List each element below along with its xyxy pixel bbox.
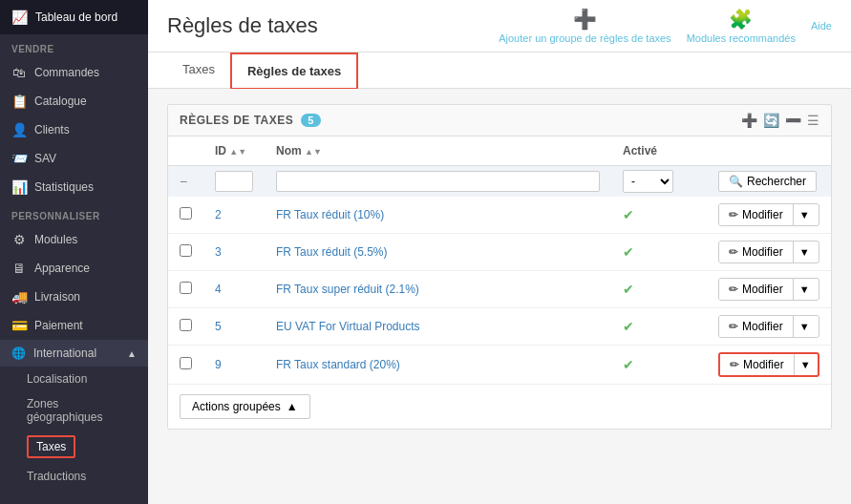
row-id: 2 [203, 197, 265, 234]
row-checkbox[interactable] [180, 244, 192, 257]
active-checkmark: ✔ [623, 282, 634, 297]
pencil-icon: ✏ [729, 208, 738, 221]
pencil-icon: ✏ [730, 358, 739, 371]
filter-active-select[interactable]: - Oui Non [623, 170, 673, 193]
filter-search-cell: 🔍 Rechercher [707, 166, 831, 198]
content-area: RÈGLES DE TAXES 5 ➕ 🔄 ➖ ☰ ID [148, 89, 851, 504]
row-nom: FR Taux super réduit (2.1%) [265, 271, 611, 308]
sidebar-item-livraison[interactable]: 🚚 Livraison [0, 283, 148, 311]
section-label: RÈGLES DE TAXES [180, 114, 293, 127]
row-active: ✔ [611, 346, 707, 385]
apparence-icon: 🖥 [11, 261, 27, 276]
modifier-button[interactable]: ✏ Modifier [719, 242, 794, 262]
sidebar-sub-item-traductions[interactable]: Traductions [0, 464, 148, 489]
sidebar-item-commandes[interactable]: 🛍 Commandes [0, 58, 148, 87]
row-actions: ✏ Modifier ▼ [707, 308, 831, 346]
modifier-btn-group: ✏ Modifier ▼ [718, 315, 819, 338]
th-nom-label: Nom [276, 144, 302, 158]
modifier-dropdown-button[interactable]: ▼ [794, 316, 816, 337]
row-checkbox[interactable] [180, 357, 192, 369]
sidebar-item-modules[interactable]: ⚙ Modules [0, 225, 148, 254]
paiement-icon: 💳 [11, 318, 27, 333]
clients-label: Clients [34, 123, 70, 136]
row-checkbox[interactable] [180, 319, 192, 331]
table-row: 3 FR Taux réduit (5.5%) ✔ ✏ Modifier ▼ [168, 234, 831, 271]
row-id: 5 [203, 308, 265, 346]
tab-regles-de-taxes[interactable]: Règles de taxes [230, 52, 358, 90]
table-row: 2 FR Taux réduit (10%) ✔ ✏ Modifier ▼ [168, 197, 831, 234]
actions-groupees-label: Actions groupées [192, 400, 281, 413]
modifier-button[interactable]: ✏ Modifier [719, 279, 794, 300]
nom-sort-icon: ▲▼ [305, 147, 322, 157]
filter-id-input[interactable] [215, 171, 253, 192]
sidebar-sub-item-localisation[interactable]: Localisation [0, 367, 148, 391]
modifier-dropdown-button[interactable]: ▼ [794, 242, 816, 262]
sidebar-item-clients[interactable]: 👤 Clients [0, 116, 148, 144]
row-checkbox-cell [168, 234, 203, 271]
row-checkbox[interactable] [180, 207, 192, 220]
row-id: 4 [203, 271, 265, 308]
table-row: 9 FR Taux standard (20%) ✔ ✏ Modifier ▼ [168, 346, 831, 385]
add-group-button[interactable]: ➕ Ajouter un groupe de règles de taxes [499, 8, 670, 44]
filter-row: − - Oui Non [168, 166, 831, 198]
active-checkmark: ✔ [623, 207, 634, 222]
tab-taxes[interactable]: Taxes [167, 52, 230, 88]
th-nom[interactable]: Nom ▲▼ [265, 136, 611, 166]
row-nom: FR Taux réduit (10%) [265, 197, 611, 234]
page-title: Règles de taxes [167, 13, 318, 38]
active-checkmark: ✔ [623, 244, 634, 260]
catalogue-label: Catalogue [34, 94, 87, 108]
pencil-icon: ✏ [729, 245, 738, 259]
modules-label: Modules [34, 233, 77, 246]
add-row-icon[interactable]: ➕ [741, 113, 757, 128]
modules-recommandes-button[interactable]: 🧩 Modules recommandés [687, 8, 796, 44]
aide-button[interactable]: Aide [811, 20, 832, 32]
sidebar-item-statistiques[interactable]: 📊 Statistiques [0, 173, 148, 201]
row-id: 9 [203, 346, 265, 385]
modifier-dropdown-button[interactable]: ▼ [794, 279, 816, 300]
tab-taxes-label: Taxes [182, 62, 215, 76]
modifier-button[interactable]: ✏ Modifier [720, 354, 795, 375]
modifier-dropdown-button[interactable]: ▼ [795, 354, 817, 375]
refresh-icon[interactable]: 🔄 [763, 113, 779, 128]
modules-recommandes-label: Modules recommandés [687, 32, 796, 44]
search-button[interactable]: 🔍 Rechercher [718, 171, 817, 192]
filter-minus-icon[interactable]: − [180, 174, 187, 189]
modifier-button[interactable]: ✏ Modifier [719, 204, 794, 225]
pencil-icon: ✏ [729, 283, 738, 296]
modules-recommandes-icon: 🧩 [729, 8, 753, 31]
th-id[interactable]: ID ▲▼ [203, 136, 265, 166]
settings-icon[interactable]: ☰ [807, 113, 819, 128]
commandes-label: Commandes [34, 66, 99, 79]
zones-label: Zones géographiques [27, 397, 137, 424]
statistiques-icon: 📊 [11, 179, 27, 195]
sidebar-item-apparence[interactable]: 🖥 Apparence [0, 254, 148, 283]
modules-icon: ⚙ [11, 232, 27, 247]
chevron-up-icon: ▲ [127, 348, 137, 359]
sidebar-item-sav[interactable]: 📨 SAV [0, 144, 148, 173]
sidebar-item-paiement[interactable]: 💳 Paiement [0, 311, 148, 340]
sidebar-header[interactable]: 📈 Tableau de bord [0, 0, 148, 34]
minus-icon[interactable]: ➖ [785, 113, 801, 128]
modifier-button[interactable]: ✏ Modifier [719, 316, 794, 337]
sidebar-sub-item-taxes[interactable]: Taxes [0, 430, 148, 464]
sidebar-item-international[interactable]: 🌐 International ▲ [0, 340, 148, 367]
filter-nom-input[interactable] [276, 171, 600, 192]
row-checkbox-cell [168, 308, 203, 346]
modifier-label: Modifier [743, 358, 784, 371]
sidebar-sub-item-zones[interactable]: Zones géographiques [0, 391, 148, 430]
actions-footer: Actions groupées ▲ [168, 384, 831, 429]
table-header: ID ▲▼ Nom ▲▼ Activé [168, 136, 831, 166]
catalogue-icon: 📋 [11, 94, 27, 109]
actions-groupees-button[interactable]: Actions groupées ▲ [180, 394, 310, 419]
topbar-actions: ➕ Ajouter un groupe de règles de taxes 🧩… [499, 8, 832, 44]
modifier-dropdown-button[interactable]: ▼ [794, 204, 816, 225]
row-checkbox[interactable] [180, 282, 192, 294]
sidebar-item-catalogue[interactable]: 📋 Catalogue [0, 87, 148, 116]
table-body: 2 FR Taux réduit (10%) ✔ ✏ Modifier ▼ 3 … [168, 197, 831, 384]
th-id-label: ID [215, 144, 226, 158]
count-badge: 5 [301, 114, 321, 127]
row-actions: ✏ Modifier ▼ [707, 271, 831, 308]
table-card: RÈGLES DE TAXES 5 ➕ 🔄 ➖ ☰ ID [167, 104, 832, 430]
filter-id-cell [203, 166, 265, 198]
